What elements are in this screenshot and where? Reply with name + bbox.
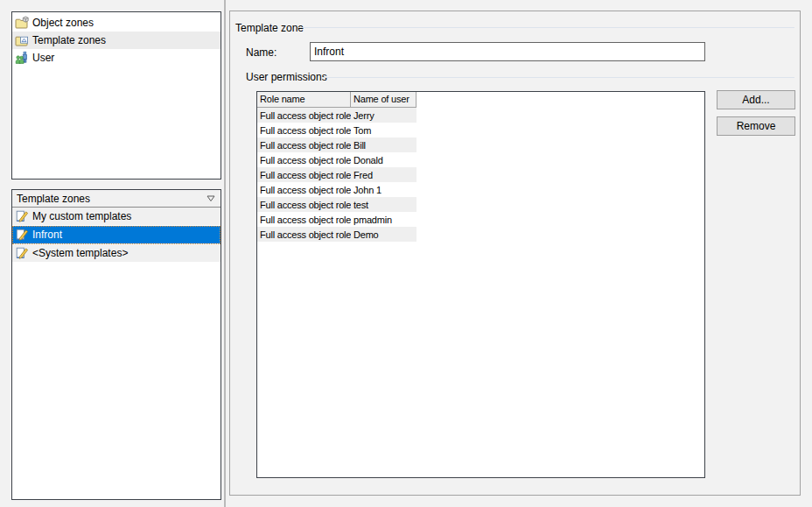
zone-item-label: My custom templates — [32, 210, 131, 222]
name-input[interactable] — [310, 42, 705, 61]
template-zones-list-header[interactable]: Template zones — [12, 190, 220, 208]
cell-role-name: Full access object role — [257, 170, 351, 180]
cell-role-name: Full access object role — [257, 110, 351, 121]
cell-user-name: pmadmin — [351, 215, 416, 225]
sidebar-item-user[interactable]: User — [12, 49, 220, 67]
table-row[interactable]: Full access object roleJerry — [257, 108, 416, 123]
sidebar-item-template-zones[interactable]: Template zones — [12, 32, 220, 49]
folder-cube-icon — [15, 16, 29, 30]
table-row[interactable]: Full access object roleBill — [257, 137, 416, 152]
cell-role-name: Full access object role — [257, 125, 351, 136]
cell-user-name: Donald — [351, 155, 416, 165]
cell-user-name: Bill — [351, 140, 416, 151]
table-row[interactable]: Full access object roleTom — [257, 123, 416, 137]
user-permissions-group-label: User permissions — [246, 71, 327, 83]
zone-admin-window: Object zonesTemplate zonesUser Template … — [0, 0, 812, 507]
cell-user-name: Fred — [351, 170, 416, 180]
column-header-role-name[interactable]: Role name — [257, 92, 351, 108]
table-header-row: Role name Name of user — [257, 92, 704, 108]
user-permissions-group-line — [323, 77, 794, 78]
zone-item-infront[interactable]: Infront — [12, 226, 220, 244]
table-row[interactable]: Full access object roleFred — [257, 167, 416, 182]
template-pencil-icon — [15, 246, 29, 260]
sidebar-item-label: Object zones — [32, 17, 94, 29]
cell-user-name: John 1 — [351, 185, 416, 195]
cell-role-name: Full access object role — [257, 155, 351, 165]
sidebar-item-object-zones[interactable]: Object zones — [12, 14, 220, 32]
template-zones-list-header-label: Template zones — [17, 193, 90, 205]
cell-user-name: Tom — [351, 125, 416, 136]
table-row[interactable]: Full access object roletest — [257, 197, 416, 212]
sidebar-item-label: User — [32, 52, 54, 64]
template-zone-group-line — [298, 27, 794, 28]
remove-button[interactable]: Remove — [717, 116, 795, 136]
user-permissions-table: Role name Name of user Full access objec… — [256, 91, 705, 478]
zone-item-system-templates[interactable]: <System templates> — [12, 244, 220, 263]
table-row[interactable]: Full access object roleDonald — [257, 152, 416, 167]
cell-user-name: Jerry — [351, 110, 416, 121]
table-row[interactable]: Full access object roleJohn 1 — [257, 182, 416, 197]
name-label: Name: — [246, 46, 276, 59]
zone-item-label: Infront — [32, 229, 62, 241]
cell-role-name: Full access object role — [257, 215, 351, 225]
cell-role-name: Full access object role — [257, 140, 351, 151]
users-icon — [15, 51, 29, 65]
cell-user-name: test — [351, 200, 416, 210]
template-zone-detail: Template zone Name: User permissions Rol… — [229, 11, 801, 496]
template-zone-group-label: Template zone — [235, 22, 304, 34]
column-header-name-of-user[interactable]: Name of user — [351, 92, 416, 108]
template-pencil-icon — [15, 228, 29, 242]
sort-triangle-icon[interactable] — [206, 195, 215, 202]
panel-splitter[interactable] — [224, 0, 226, 507]
cell-user-name: Demo — [351, 229, 416, 240]
cell-role-name: Full access object role — [257, 200, 351, 210]
zone-item-label: <System templates> — [32, 247, 128, 259]
template-zones-panel: Template zones My custom templatesInfron… — [11, 189, 221, 500]
table-row[interactable]: Full access object roleDemo — [257, 227, 416, 242]
zone-item-my-custom-templates[interactable]: My custom templates — [12, 208, 220, 226]
template-pencil-icon — [15, 209, 29, 223]
cell-role-name: Full access object role — [257, 229, 351, 240]
sidebar-item-label: Template zones — [32, 34, 106, 46]
table-row[interactable]: Full access object rolepmadmin — [257, 212, 416, 227]
zone-type-list: Object zonesTemplate zonesUser — [11, 11, 221, 180]
cell-role-name: Full access object role — [257, 185, 351, 195]
add-button[interactable]: Add... — [717, 90, 795, 109]
folder-template-icon — [15, 33, 29, 47]
